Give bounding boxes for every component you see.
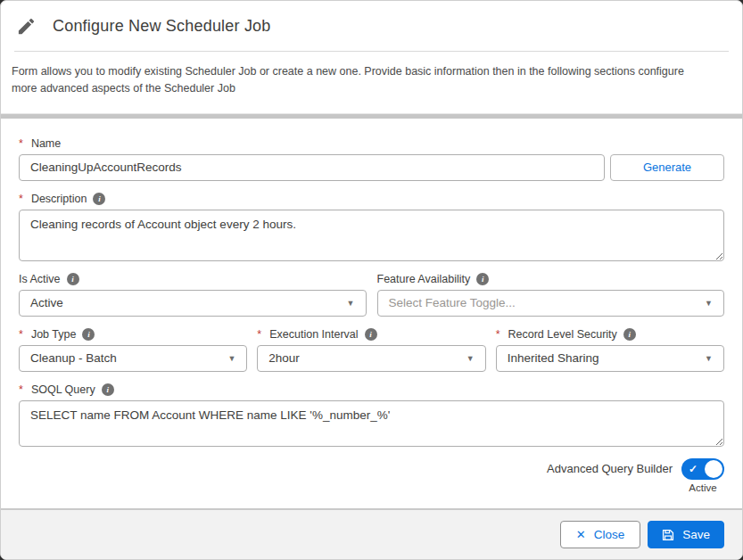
name-label: *Name [19,137,724,150]
chevron-down-icon: ▼ [347,299,355,308]
form-body: *Name Generate *Description i Cleaning r… [1,119,742,508]
advanced-query-builder-label: Advanced Query Builder [547,458,673,480]
feature-availability-label: Feature Availability i [377,273,725,285]
description-label: *Description i [19,193,724,205]
advanced-query-builder-toggle[interactable]: ✓ [681,458,724,480]
toggle-knob [705,460,722,478]
job-type-label: *Job Type i [19,328,247,341]
required-marker: * [19,137,23,150]
info-icon[interactable]: i [623,328,636,341]
check-icon: ✓ [689,462,698,474]
form-intro-text: Form allows you to modify existing Sched… [1,52,742,113]
pencil-icon [16,16,37,37]
execution-interval-label: *Execution Interval i [257,328,485,341]
close-icon: ✕ [576,528,586,541]
chevron-down-icon: ▼ [705,354,713,363]
toggle-state-label: Active [689,482,716,493]
header: Configure New Scheduler Job [1,1,742,51]
chevron-down-icon: ▼ [227,354,235,363]
footer: ✕ Close Save [1,508,742,559]
soql-query-textarea[interactable]: SELECT name FROM Account WHERE name LIKE… [19,400,724,447]
generate-button[interactable]: Generate [610,154,724,181]
name-input[interactable] [19,154,605,181]
is-active-label: Is Active i [19,273,367,285]
description-textarea[interactable]: Cleaning records of Account object every… [19,210,724,261]
scheduler-job-form-window: Configure New Scheduler Job Form allows … [0,0,743,560]
info-icon[interactable]: i [93,193,105,205]
save-button[interactable]: Save [648,521,724,548]
feature-availability-select[interactable]: Select Feature Toggle... ▼ [377,290,725,317]
save-icon [662,529,674,541]
execution-interval-select[interactable]: 2hour ▼ [257,345,485,372]
is-active-select[interactable]: Active ▼ [19,290,367,317]
info-icon[interactable]: i [67,273,79,285]
page-title: Configure New Scheduler Job [53,17,271,36]
record-level-security-select[interactable]: Inherited Sharing ▼ [496,345,724,372]
chevron-down-icon: ▼ [466,354,475,363]
job-type-select[interactable]: Cleanup - Batch ▼ [19,345,247,372]
info-icon[interactable]: i [365,328,377,341]
close-button[interactable]: ✕ Close [560,521,640,548]
info-icon[interactable]: i [82,328,95,341]
info-icon[interactable]: i [476,273,489,285]
soql-query-label: *SOQL Query i [19,383,724,396]
chevron-down-icon: ▼ [705,299,713,308]
info-icon[interactable]: i [102,383,114,396]
record-level-security-label: *Record Level Security i [496,328,724,341]
